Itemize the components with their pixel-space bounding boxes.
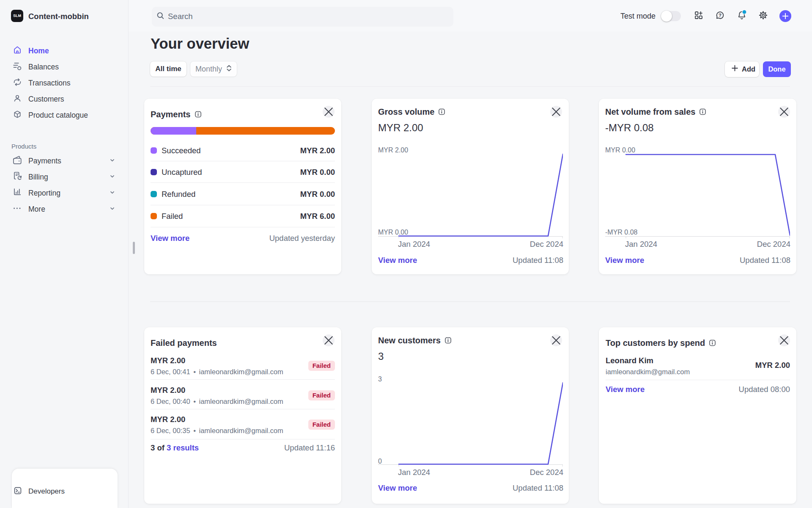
svg-text:?: ?	[719, 13, 721, 18]
